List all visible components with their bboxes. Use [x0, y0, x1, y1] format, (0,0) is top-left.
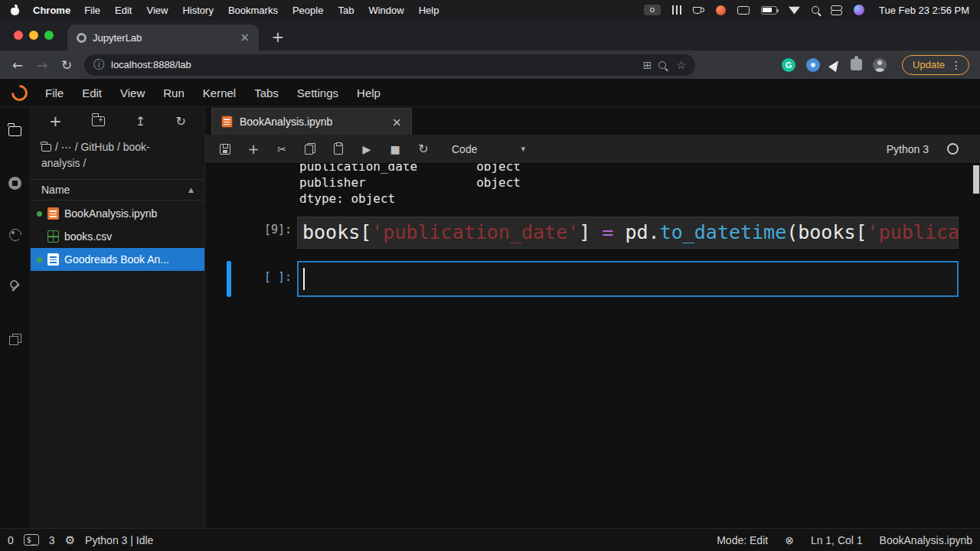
editor-mode[interactable]: Mode: Edit: [717, 534, 768, 546]
gear-icon[interactable]: ⚙: [65, 533, 75, 547]
terminals-count[interactable]: 0: [8, 534, 14, 546]
new-folder-icon: [92, 116, 105, 126]
minimize-window-button[interactable]: [29, 31, 38, 40]
jupyterlab-menu-kernel[interactable]: Kernel: [194, 86, 245, 99]
file-row-books-csv[interactable]: books.csv: [31, 225, 204, 248]
sidebar-item-property-inspector[interactable]: [9, 279, 21, 295]
file-row-goodreads-book-an-[interactable]: Goodreads Book An...: [31, 248, 204, 271]
document-tab[interactable]: BookAnalysis.ipynb ×: [211, 108, 412, 135]
breadcrumb[interactable]: / ⋯ / GitHub / book-analysis /: [31, 135, 194, 179]
notebook-content[interactable]: publication_date object publisher object…: [205, 164, 980, 528]
code-token: 'publica: [867, 221, 958, 243]
address-bar[interactable]: ⓘ localhost:8888/lab ⊞ ☆: [84, 54, 695, 76]
sidebar-item-running-kernels[interactable]: [8, 174, 21, 191]
site-info-icon[interactable]: ⓘ: [93, 58, 104, 72]
jupyterlab-menu-view[interactable]: View: [111, 86, 154, 99]
paste-cells-button[interactable]: [328, 139, 349, 159]
macos-menu-tab[interactable]: Tab: [338, 5, 354, 16]
extensions-puzzle-icon[interactable]: [851, 59, 862, 70]
macos-menu-bookmarks[interactable]: Bookmarks: [228, 5, 278, 16]
browser-tab[interactable]: JupyterLab ×: [67, 24, 259, 51]
add-cell-button[interactable]: +: [243, 139, 264, 159]
jupyterlab-menu-help[interactable]: Help: [348, 86, 390, 99]
cell-type-dropdown[interactable]: Code ▾: [452, 143, 525, 155]
tab-close-icon[interactable]: ×: [392, 115, 402, 129]
bookmark-star-icon[interactable]: ☆: [676, 59, 686, 71]
close-window-button[interactable]: [14, 31, 23, 40]
fullscreen-window-button[interactable]: [44, 31, 54, 40]
macos-app-name[interactable]: Chrome: [33, 5, 70, 16]
siri-icon[interactable]: [854, 5, 864, 15]
extension-icon[interactable]: [806, 58, 820, 72]
stop-button[interactable]: ■: [384, 139, 406, 159]
sidebar-item-file-browser[interactable]: [8, 122, 21, 139]
sidebar-item-open-tabs[interactable]: [9, 331, 21, 347]
cursor-position[interactable]: Ln 1, Col 1: [811, 534, 863, 546]
display-icon[interactable]: [737, 6, 750, 15]
cut-cells-button[interactable]: ✂: [271, 139, 292, 159]
active-file-name[interactable]: BookAnalysis.ipynb: [880, 534, 972, 546]
jupyterlab-menu-settings[interactable]: Settings: [288, 86, 348, 99]
new-folder-button[interactable]: [92, 116, 105, 126]
sidebar-item-commands[interactable]: [9, 227, 21, 243]
kernel-name[interactable]: Python 3: [887, 143, 929, 155]
breadcrumb-path: / ⋯ / GitHub / book-analysis /: [41, 141, 150, 169]
cursor-extension-icon[interactable]: [828, 57, 842, 71]
code-cell[interactable]: books['publication_date'] = pd.to_dateti…: [297, 217, 959, 249]
active-code-cell[interactable]: [297, 261, 959, 297]
refresh-button[interactable]: ↻: [176, 114, 186, 129]
grid-icon[interactable]: ⊞: [643, 59, 652, 71]
macos-menu-edit[interactable]: Edit: [115, 5, 132, 16]
restart-kernel-button[interactable]: ↻: [413, 139, 434, 159]
battery-icon[interactable]: [761, 6, 777, 15]
upload-button[interactable]: ↥: [136, 114, 145, 129]
macos-menu-help[interactable]: Help: [419, 5, 439, 16]
kernels-count[interactable]: 3: [49, 534, 55, 546]
chrome-update-button[interactable]: Update ⋮: [902, 55, 969, 75]
window-tiling-icon[interactable]: [672, 5, 681, 15]
run-button[interactable]: ▶: [356, 139, 377, 159]
coffee-app-icon[interactable]: [693, 7, 701, 14]
terminal-icon[interactable]: $_: [24, 534, 39, 546]
macos-menu-people[interactable]: People: [292, 5, 323, 16]
browser-menu-icon[interactable]: ⋮: [951, 59, 962, 71]
tab-close-icon[interactable]: ×: [240, 31, 250, 44]
macos-menu-view[interactable]: View: [146, 5, 168, 16]
jupyterlab-menu-tabs[interactable]: Tabs: [245, 86, 288, 99]
wifi-icon[interactable]: [789, 6, 800, 15]
code-token: pd.: [613, 221, 659, 243]
macos-menu-file[interactable]: File: [84, 5, 100, 16]
apple-icon[interactable]: [11, 5, 19, 15]
macos-menu-history[interactable]: History: [182, 5, 213, 16]
back-button[interactable]: ←: [8, 57, 28, 73]
macos-menu-window[interactable]: Window: [368, 5, 403, 16]
jupyterlab-menu-file[interactable]: File: [36, 86, 73, 99]
app-status-icon[interactable]: [716, 5, 726, 15]
spotlight-icon[interactable]: [812, 6, 819, 14]
zoom-icon[interactable]: [658, 61, 666, 69]
menubar-clock[interactable]: Tue Feb 23 2:56 PM: [879, 5, 969, 16]
copy-cells-button[interactable]: [299, 139, 321, 159]
kernel-status-text[interactable]: Python 3 | Idle: [85, 534, 153, 546]
screen-record-icon[interactable]: [644, 5, 661, 15]
macos-menubar-left: Chrome FileEditViewHistoryBookmarksPeopl…: [11, 5, 439, 16]
update-label: Update: [913, 59, 945, 70]
grammarly-extension-icon[interactable]: G: [782, 58, 795, 72]
control-center-icon[interactable]: [831, 5, 842, 15]
forward-button[interactable]: →: [32, 57, 52, 73]
file-list-header[interactable]: Name ▲: [31, 179, 204, 201]
kernel-status-icon[interactable]: [947, 143, 959, 155]
notebook-file-icon: [47, 207, 59, 220]
save-button[interactable]: [214, 139, 236, 159]
profile-avatar[interactable]: [873, 58, 887, 72]
scrollbar-thumb[interactable]: [973, 165, 979, 194]
reload-button[interactable]: ↻: [57, 57, 77, 73]
new-tab-button[interactable]: +: [268, 29, 288, 44]
new-launcher-button[interactable]: +: [49, 112, 62, 130]
jupyterlab-menu-run[interactable]: Run: [154, 86, 194, 99]
jupyterlab-menu-edit[interactable]: Edit: [73, 86, 111, 99]
name-column-header[interactable]: Name: [41, 184, 70, 196]
folder-icon: [41, 144, 51, 152]
file-row-bookanalysis-ipynb[interactable]: BookAnalysis.ipynb: [31, 202, 204, 225]
notification-icon[interactable]: ⊗: [785, 534, 794, 546]
